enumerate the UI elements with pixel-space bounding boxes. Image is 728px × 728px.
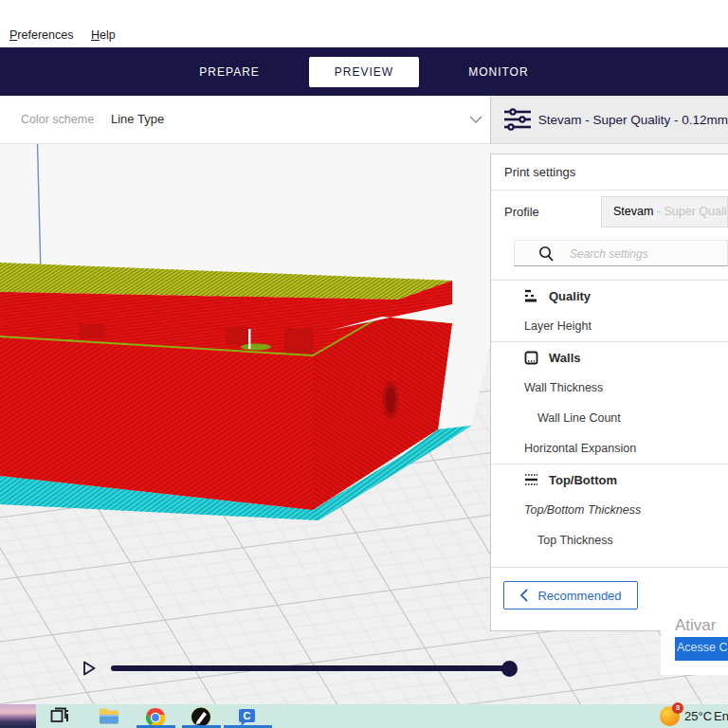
- setting-topbottom-thickness[interactable]: Top/Bottom Thickness: [491, 495, 728, 525]
- play-icon: [84, 663, 95, 675]
- sliders-icon: [503, 107, 531, 132]
- color-scheme-dropdown[interactable]: Color scheme Line Type: [0, 96, 490, 144]
- search-icon: [537, 245, 555, 264]
- topbottom-icon: [524, 473, 538, 486]
- search-input[interactable]: [568, 243, 723, 265]
- taskbar-temperature[interactable]: 25°C: [684, 709, 712, 723]
- chevron-down-icon: [468, 115, 483, 124]
- tab-prepare[interactable]: PREPARE: [186, 57, 272, 87]
- settings-list[interactable]: Quality Layer Height Walls Wall Thicknes…: [491, 280, 728, 568]
- notification-badge: 3: [672, 702, 683, 714]
- tab-preview[interactable]: PREVIEW: [309, 57, 419, 87]
- menu-preferences[interactable]: Preferences: [9, 28, 73, 42]
- setting-layer-height[interactable]: Layer Height: [491, 311, 728, 341]
- cursor-ibeam: [248, 329, 251, 349]
- cura-icon[interactable]: C: [237, 707, 257, 727]
- menu-bar: Preferences Help: [0, 0, 728, 47]
- section-quality[interactable]: Quality: [491, 281, 728, 311]
- section-walls[interactable]: Walls: [491, 342, 728, 373]
- play-button[interactable]: [81, 660, 98, 677]
- recommended-button[interactable]: Recommended: [503, 581, 638, 610]
- widgets-photo-thumbnail[interactable]: [0, 704, 36, 728]
- svg-text:C: C: [244, 710, 251, 721]
- quality-layers-icon: [524, 289, 538, 302]
- activation-watermark-text: Ativar: [675, 616, 716, 635]
- layer-slider-track[interactable]: [111, 665, 510, 671]
- activation-watermark-selection: Acesse C: [675, 637, 728, 661]
- print-settings-panel: Print settings Profile Stevam - Super Qu…: [490, 154, 728, 631]
- tab-monitor[interactable]: MONITOR: [455, 57, 541, 87]
- taskbar-language[interactable]: En: [714, 709, 728, 723]
- activation-watermark-text2: Acesse C: [677, 641, 728, 654]
- setting-wall-thickness[interactable]: Wall Thickness: [491, 373, 728, 403]
- chevron-left-icon: [519, 589, 528, 602]
- menu-help[interactable]: Help: [91, 28, 116, 42]
- file-explorer-icon[interactable]: [99, 707, 119, 725]
- profile-dropdown[interactable]: Stevam - Super Quality: [601, 196, 728, 228]
- layer-slider-handle[interactable]: [501, 661, 518, 677]
- setting-wall-line-count[interactable]: Wall Line Count: [491, 403, 728, 433]
- profile-row: Profile Stevam - Super Quality: [491, 191, 728, 234]
- section-top-bottom[interactable]: Top/Bottom: [491, 464, 728, 495]
- walls-icon: [524, 351, 538, 365]
- active-profile-summary: Stevam - Super Quality - 0.12mm: [538, 113, 728, 127]
- print-settings-header-button[interactable]: Stevam - Super Quality - 0.12mm: [490, 96, 728, 144]
- task-view-icon[interactable]: [50, 707, 69, 725]
- color-scheme-label: Color scheme: [21, 113, 94, 126]
- settings-search-box[interactable]: [514, 240, 728, 266]
- profile-label: Profile: [504, 205, 539, 219]
- setting-horizontal-expansion[interactable]: Horizontal Expansion: [491, 433, 728, 464]
- stage-nav-bar: PREPARE PREVIEW MONITOR: [0, 47, 728, 96]
- panel-title: Print settings: [491, 155, 728, 191]
- setting-top-thickness[interactable]: Top Thickness: [491, 525, 728, 555]
- color-scheme-value: Line Type: [111, 112, 164, 126]
